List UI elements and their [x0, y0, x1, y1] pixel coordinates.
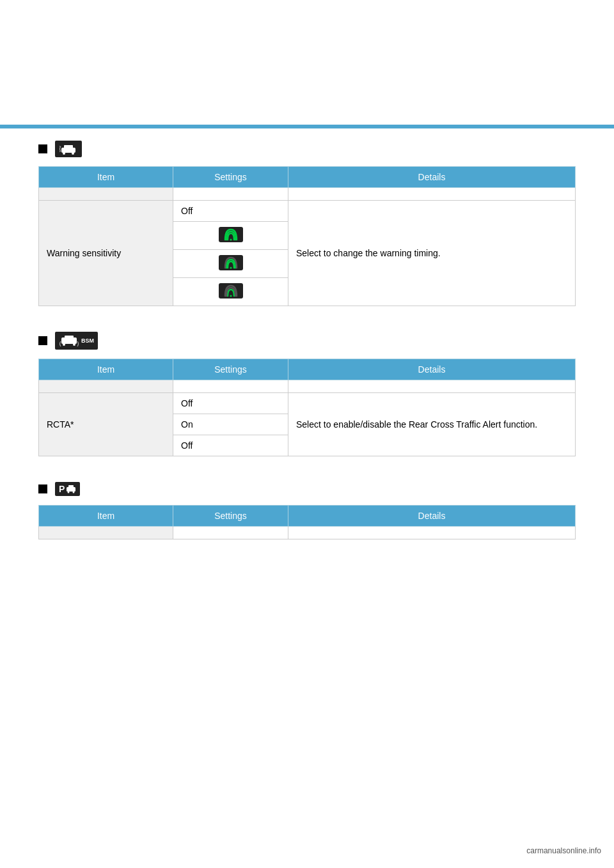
spacer-row-3	[39, 527, 576, 539]
svg-point-12	[63, 343, 65, 346]
col-header-details-1: Details	[288, 167, 576, 188]
spacer-row-2	[39, 380, 576, 393]
settings-rcta-off1: Off	[173, 393, 288, 414]
section-2: BSM Item Settings Details	[38, 332, 576, 456]
sensitivity-small-icon	[219, 283, 243, 298]
details-rcta: Select to enable/disable the Rear Cross …	[288, 393, 576, 456]
section3-square-icon	[38, 484, 47, 493]
settings-icon-full	[173, 222, 288, 250]
sensitivity-full-icon	[219, 227, 243, 242]
svg-point-16	[68, 492, 70, 493]
svg-point-3	[72, 152, 74, 155]
svg-rect-11	[65, 336, 74, 339]
section-1: Item Settings Details Warning sensitivit…	[38, 141, 576, 306]
col-header-settings-3: Settings	[173, 506, 288, 527]
section1-header	[38, 141, 576, 157]
col-header-details-3: Details	[288, 506, 576, 527]
svg-point-9	[230, 295, 232, 297]
section3-icon: P	[55, 482, 80, 496]
col-header-item-1: Item	[39, 167, 173, 188]
parking-car-icon	[66, 484, 76, 494]
settings-icon-medium	[173, 250, 288, 278]
section3-header-row: Item Settings Details	[39, 506, 576, 527]
sensitivity-medium-icon	[219, 255, 243, 270]
spacer-row-1	[39, 188, 576, 201]
section3-header: P	[38, 482, 576, 496]
footer-watermark: carmanualsonline.info	[526, 846, 601, 855]
section2-square-icon	[38, 336, 47, 345]
blue-header-bar	[0, 125, 614, 128]
svg-rect-1	[64, 145, 73, 149]
section2-header-row: Item Settings Details	[39, 359, 576, 380]
section1-header-row: Item Settings Details	[39, 167, 576, 188]
section1-icon	[55, 141, 82, 157]
settings-rcta-on: On	[173, 414, 288, 435]
settings-rcta-off2: Off	[173, 435, 288, 456]
col-header-settings-2: Settings	[173, 359, 288, 380]
content-area: Item Settings Details Warning sensitivit…	[0, 0, 614, 591]
svg-rect-14	[67, 487, 75, 492]
svg-point-7	[230, 267, 232, 269]
svg-point-17	[73, 492, 75, 493]
page: Item Settings Details Warning sensitivit…	[0, 0, 614, 868]
svg-point-5	[230, 239, 232, 241]
col-header-item-3: Item	[39, 506, 173, 527]
section-3: P Item Settings Details	[38, 482, 576, 539]
settings-off-1: Off	[173, 201, 288, 222]
item-rcta: RCTA*	[39, 393, 173, 456]
svg-rect-15	[68, 485, 74, 488]
col-header-item-2: Item	[39, 359, 173, 380]
col-header-settings-1: Settings	[173, 167, 288, 188]
bsm-icon	[59, 143, 77, 155]
section1-table: Item Settings Details Warning sensitivit…	[38, 166, 576, 306]
table-row: Warning sensitivity Off Select to change…	[39, 201, 576, 222]
section2-header: BSM	[38, 332, 576, 350]
table-row: RCTA* Off Select to enable/disable the R…	[39, 393, 576, 414]
section2-icon: BSM	[55, 332, 98, 350]
col-header-details-2: Details	[288, 359, 576, 380]
item-warning-sensitivity: Warning sensitivity	[39, 201, 173, 306]
details-warning-sensitivity: Select to change the warning timing.	[288, 201, 576, 306]
settings-icon-small	[173, 278, 288, 306]
section3-table: Item Settings Details	[38, 505, 576, 539]
section2-table: Item Settings Details RCTA*	[38, 359, 576, 456]
svg-point-2	[63, 152, 65, 155]
rcta-icon	[59, 334, 79, 348]
svg-point-13	[73, 343, 75, 346]
section1-square-icon	[38, 144, 47, 153]
